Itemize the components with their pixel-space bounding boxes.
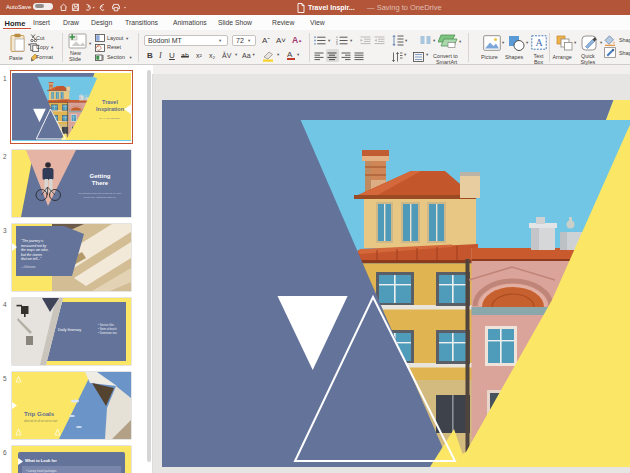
svg-text:Travel: Travel: [102, 99, 118, 105]
svg-text:"The journey is: "The journey is: [21, 239, 44, 243]
svg-text:measured not by: measured not by: [21, 244, 47, 248]
svg-text:Getting: Getting: [90, 173, 111, 179]
svg-text:Inspiration: Inspiration: [96, 106, 124, 112]
svg-text:A: A: [535, 37, 543, 48]
svg-text:• Luxury travel packages: • Luxury travel packages: [26, 469, 57, 473]
svg-text:There: There: [92, 180, 109, 186]
svg-text:• Downtown tour: • Downtown tour: [98, 331, 117, 335]
svg-text:but the stories: but the stories: [21, 253, 43, 257]
svg-text:that we tell...”: that we tell...”: [21, 257, 42, 261]
svg-text:• Sunrise hike: • Sunrise hike: [98, 323, 114, 327]
svg-text:Daily Itinerary: Daily Itinerary: [58, 328, 81, 332]
svg-text:what we've all set out to star: what we've all set out to start: [24, 419, 58, 423]
svg-text:What to Look for: What to Look for: [25, 458, 57, 463]
svg-text:• Swim at beach: • Swim at beach: [98, 327, 117, 331]
svg-text:—Unknown: —Unknown: [21, 265, 36, 269]
svg-text:3: 3: [336, 42, 338, 45]
svg-text:the maps we take,: the maps we take,: [21, 248, 49, 252]
svg-text:BY KATIE JENSEN.: BY KATIE JENSEN.: [99, 117, 120, 120]
svg-text:Trip Goals: Trip Goals: [24, 410, 55, 417]
svg-text:so we truly visited the town a: so we truly visited the town all.: [84, 196, 117, 199]
